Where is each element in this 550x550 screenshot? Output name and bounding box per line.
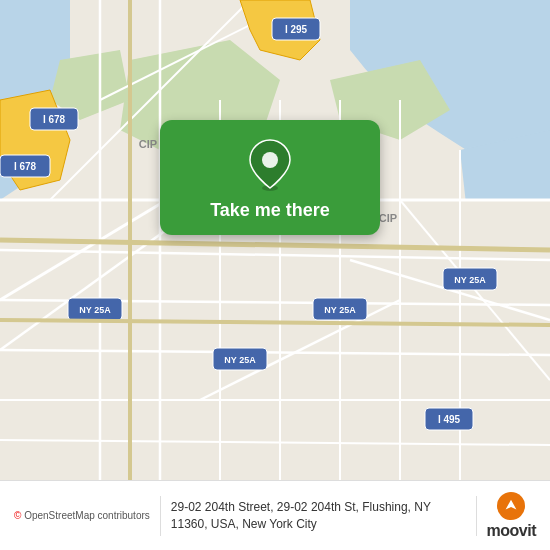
svg-text:NY 25A: NY 25A (224, 355, 256, 365)
bottom-bar: © OpenStreetMap contributors 29-02 204th… (0, 480, 550, 550)
moovit-icon (497, 492, 525, 520)
svg-text:NY 25A: NY 25A (454, 275, 486, 285)
button-label: Take me there (210, 200, 330, 221)
svg-text:I 295: I 295 (285, 24, 308, 35)
svg-text:I 678: I 678 (14, 161, 37, 172)
svg-text:NY 25A: NY 25A (79, 305, 111, 315)
address-text: 29-02 204th Street, 29-02 204th St, Flus… (171, 499, 466, 533)
svg-text:I 678: I 678 (43, 114, 66, 125)
svg-text:I 495: I 495 (438, 414, 461, 425)
osm-credit: © OpenStreetMap contributors (14, 510, 150, 521)
svg-text:CIP: CIP (139, 138, 157, 150)
moovit-text: moovit (487, 522, 536, 540)
svg-text:NY 25A: NY 25A (324, 305, 356, 315)
moovit-logo: moovit (487, 492, 536, 540)
divider (160, 496, 161, 536)
take-me-there-button[interactable]: Take me there (160, 120, 380, 235)
location-pin-icon (248, 138, 292, 192)
map-area: I 678 I 295 I 678 NY 25A NY 25A NY 25A N… (0, 0, 550, 480)
svg-point-45 (262, 152, 278, 168)
svg-text:CIP: CIP (379, 212, 397, 224)
divider-2 (476, 496, 477, 536)
